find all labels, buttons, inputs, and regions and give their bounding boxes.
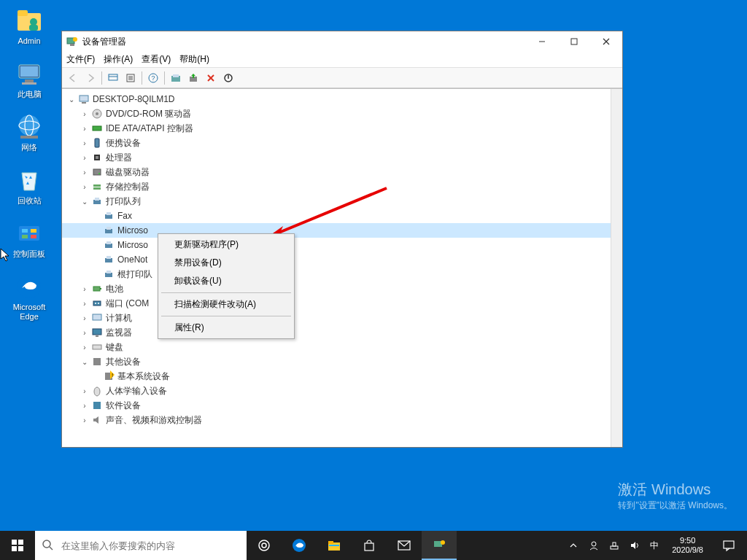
svg-rect-43	[93, 126, 101, 131]
tree-category[interactable]: ›便携设备	[62, 136, 611, 150]
menu-file[interactable]: 文件(F)	[66, 53, 95, 66]
desktop-icon-label: Microsoft Edge	[13, 303, 46, 322]
close-button[interactable]	[590, 31, 622, 52]
ctx-disable-device[interactable]: 禁用设备(D)	[160, 254, 293, 272]
desktop-icon-this-pc[interactable]: 此电脑	[7, 59, 51, 99]
chevron-down-icon[interactable]: ⌄	[80, 198, 90, 206]
chevron-right-icon[interactable]: ›	[80, 329, 90, 337]
tree-category[interactable]: ›键盘	[62, 340, 611, 354]
chevron-right-icon[interactable]: ›	[80, 110, 90, 118]
tree-category[interactable]: ›电池	[62, 281, 611, 296]
tree-printer-item[interactable]: OneNot	[62, 252, 611, 267]
chevron-right-icon[interactable]: ›	[80, 300, 90, 308]
tool-help[interactable]: ?	[145, 70, 161, 86]
printer-icon	[91, 195, 103, 207]
desktop-icon-admin[interactable]: Admin	[7, 6, 51, 46]
user-folder-icon	[15, 6, 44, 35]
taskbar-file-explorer[interactable]	[317, 531, 352, 560]
chevron-right-icon[interactable]: ›	[80, 168, 90, 176]
tree-print-queue[interactable]: ⌄打印队列	[62, 194, 611, 209]
tree-printer-item[interactable]: Microso	[62, 238, 611, 252]
taskbar-device-manager[interactable]	[422, 531, 457, 560]
taskbar-store[interactable]	[352, 531, 387, 560]
chevron-right-icon[interactable]: ›	[80, 416, 90, 424]
tool-properties[interactable]	[123, 70, 139, 86]
tree-category[interactable]: ›DVD/CD-ROM 驱动器	[62, 106, 611, 121]
tree-printer-item[interactable]: 根打印队	[62, 267, 611, 281]
tree-printer-item-selected[interactable]: Microso	[62, 223, 611, 238]
tray-volume-icon[interactable]	[627, 531, 643, 560]
ctx-scan-hardware[interactable]: 扫描检测硬件改动(A)	[160, 295, 293, 314]
search-input[interactable]	[61, 540, 239, 551]
tool-update-driver[interactable]	[185, 70, 201, 86]
tree-category[interactable]: ›人体学输入设备	[62, 384, 611, 398]
taskbar-search[interactable]	[35, 531, 247, 560]
svg-text:!: !	[112, 372, 113, 378]
svg-rect-62	[107, 271, 111, 273]
menu-help[interactable]: 帮助(H)	[179, 53, 209, 66]
taskbar-edge[interactable]	[282, 531, 317, 560]
chevron-right-icon[interactable]: ›	[80, 183, 90, 191]
hid-icon	[91, 385, 103, 397]
svg-rect-52	[95, 198, 99, 201]
chevron-right-icon[interactable]: ›	[80, 387, 90, 395]
task-view-button[interactable]	[247, 531, 282, 560]
chevron-right-icon[interactable]: ›	[80, 285, 90, 293]
menu-action[interactable]: 操作(A)	[104, 53, 133, 66]
menubar: 文件(F) 操作(A) 查看(V) 帮助(H)	[62, 52, 622, 68]
tool-disable[interactable]	[220, 70, 236, 86]
action-center-button[interactable]	[713, 531, 744, 560]
chevron-right-icon[interactable]: ›	[80, 343, 90, 351]
desktop-icon-edge[interactable]: Microsoft Edge	[7, 272, 51, 322]
taskbar-mail[interactable]	[387, 531, 422, 560]
start-button[interactable]	[0, 531, 35, 560]
tray-people-icon[interactable]	[586, 531, 602, 560]
tree-content: ⌄ DESKTOP-8QILM1D ›DVD/CD-ROM 驱动器 ›IDE A…	[62, 88, 622, 447]
tree-category[interactable]: ›声音、视频和游戏控制器	[62, 413, 611, 427]
scrollbar[interactable]	[611, 89, 622, 447]
tray-chevron-up[interactable]	[565, 531, 581, 560]
titlebar[interactable]: 设备管理器	[62, 31, 622, 52]
nav-back-button[interactable]	[65, 70, 81, 86]
watermark-subtitle: 转到"设置"以激活 Windows。	[618, 499, 732, 512]
printer-icon	[103, 225, 115, 236]
tree-printer-item[interactable]: Fax	[62, 209, 611, 223]
tree-unknown-device[interactable]: !基本系统设备	[62, 369, 611, 384]
chevron-down-icon[interactable]: ⌄	[80, 358, 90, 366]
chevron-right-icon[interactable]: ›	[80, 125, 90, 133]
ctx-update-driver[interactable]: 更新驱动程序(P)	[160, 236, 293, 254]
chevron-right-icon[interactable]: ›	[80, 314, 90, 322]
tray-clock[interactable]: 9:50 2020/9/8	[666, 536, 709, 555]
nav-forward-button[interactable]	[82, 70, 98, 86]
ctx-uninstall-device[interactable]: 卸载设备(U)	[160, 272, 293, 290]
svg-rect-79	[12, 540, 17, 545]
desktop-icon-recycle-bin[interactable]: 回收站	[7, 166, 51, 206]
tray-ime[interactable]: 中	[647, 540, 662, 552]
tree-category[interactable]: ›端口 (COM	[62, 296, 611, 311]
chevron-down-icon[interactable]: ⌄	[66, 96, 77, 104]
tree-category[interactable]: ›处理器	[62, 150, 611, 165]
tree-category[interactable]: ›计算机	[62, 311, 611, 325]
tree-root[interactable]: ⌄ DESKTOP-8QILM1D	[62, 92, 611, 106]
svg-rect-14	[31, 229, 36, 233]
tree-category[interactable]: ›软件设备	[62, 398, 611, 413]
chevron-right-icon[interactable]: ›	[80, 154, 90, 162]
tree-other-devices[interactable]: ⌄其他设备	[62, 354, 611, 369]
menu-view[interactable]: 查看(V)	[142, 53, 171, 66]
tray-network-icon[interactable]	[606, 531, 622, 560]
desktop-icon-control-panel[interactable]: 控制面板	[7, 219, 51, 259]
desktop-icon-network[interactable]: 网络	[7, 112, 51, 152]
tree-category[interactable]: ›IDE ATA/ATAPI 控制器	[62, 121, 611, 136]
tool-uninstall[interactable]	[203, 70, 219, 86]
tree-category[interactable]: ›监视器	[62, 325, 611, 340]
tree-category[interactable]: ›磁盘驱动器	[62, 165, 611, 179]
ctx-properties[interactable]: 属性(R)	[160, 319, 293, 337]
tree-category[interactable]: ›存储控制器	[62, 179, 611, 194]
minimize-button[interactable]	[526, 31, 558, 52]
maximize-button[interactable]	[558, 31, 590, 52]
tool-show-computer[interactable]	[105, 70, 121, 86]
chevron-right-icon[interactable]: ›	[80, 402, 90, 410]
chevron-right-icon[interactable]: ›	[80, 139, 90, 147]
tool-devices-printers[interactable]	[168, 70, 184, 86]
device-tree[interactable]: ⌄ DESKTOP-8QILM1D ›DVD/CD-ROM 驱动器 ›IDE A…	[62, 89, 611, 447]
